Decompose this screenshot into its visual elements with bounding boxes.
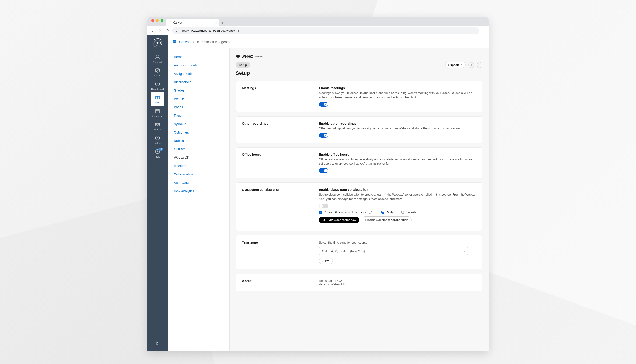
course-nav-toggle-button[interactable] xyxy=(172,40,176,44)
course-nav-item-rubics[interactable]: Rubics xyxy=(167,136,229,145)
section-label: Office hours xyxy=(242,153,310,173)
global-nav-calendar[interactable]: Calendar xyxy=(151,106,164,119)
url-text: www.canvas.com/courses/webex_lti xyxy=(191,29,239,32)
minimize-window-button[interactable] xyxy=(156,19,159,22)
browser-address-bar: https://www.canvas.com/courses/webex_lti… xyxy=(147,26,489,36)
global-nav-dashboard[interactable]: Dashboard xyxy=(151,79,164,92)
office-hours-toggle[interactable] xyxy=(319,168,328,173)
course-nav-item-grades[interactable]: Grades xyxy=(167,86,229,94)
new-tab-button[interactable]: + xyxy=(219,20,226,26)
close-window-button[interactable] xyxy=(151,19,154,22)
section-label: Time zone xyxy=(242,240,310,264)
global-nav-label: History xyxy=(153,142,161,144)
global-nav-label: Inbox xyxy=(154,128,161,131)
course-nav-item-files[interactable]: Files xyxy=(167,112,229,120)
course-nav-item-syllabus[interactable]: Syllabus xyxy=(167,120,229,128)
svg-point-13 xyxy=(238,55,240,58)
course-nav-item-home[interactable]: Home xyxy=(167,53,229,61)
card-timezone: Time zone Select the time zone for your … xyxy=(236,235,483,270)
course-nav-item-collaboration[interactable]: Collaboration xyxy=(167,170,229,178)
globe-icon xyxy=(470,64,473,67)
course-nav-item-announcements[interactable]: Announcements xyxy=(167,61,229,70)
card-about: About Registration: 4923 Version: Webex … xyxy=(236,274,483,291)
maximize-window-button[interactable] xyxy=(160,19,163,22)
card-meetings: Meetings Enable meetings Meetings allows… xyxy=(236,81,483,112)
course-nav-item-pages[interactable]: Pages xyxy=(167,103,229,112)
sync-roster-button[interactable]: Sync class roster now xyxy=(319,217,359,223)
canvas-logo-icon[interactable] xyxy=(153,38,162,48)
global-nav-inbox[interactable]: Inbox xyxy=(151,119,164,133)
nav-reload-button[interactable] xyxy=(165,28,170,33)
freq-daily-label: Daily xyxy=(387,211,394,214)
section-label: About xyxy=(242,279,310,286)
browser-tab-bar: Canvas × + xyxy=(147,17,489,26)
freq-weekly-label: Weekly xyxy=(407,211,416,214)
disable-collab-button[interactable]: Disable classroom collaboration xyxy=(362,216,411,223)
setting-description: Meetings allows you to schedule and host… xyxy=(319,91,476,100)
card-office-hours: Office hours Enable office hours Office … xyxy=(236,147,483,178)
global-nav-admin[interactable]: Admin xyxy=(151,65,164,79)
language-button[interactable] xyxy=(469,62,474,68)
setting-description: Office hours allows you to set availabil… xyxy=(319,157,476,166)
course-nav-item-attendance[interactable]: Attendance xyxy=(167,178,229,187)
info-icon[interactable]: i xyxy=(369,211,372,214)
course-nav: HomeAnnouncementsAssignmentsDiscussionsG… xyxy=(167,48,230,351)
global-nav-help[interactable]: Help xyxy=(151,146,164,160)
support-button[interactable]: Support xyxy=(445,62,466,68)
course-nav-item-modules[interactable]: Modules xyxy=(167,162,229,170)
breadcrumb-root-link[interactable]: Canvas xyxy=(179,40,190,44)
signout-button[interactable] xyxy=(477,62,483,68)
support-button-label: Support xyxy=(448,63,459,67)
course-nav-item-outcomes[interactable]: Outcomes xyxy=(167,128,229,136)
window-controls xyxy=(150,19,166,24)
global-nav-label: Calendar xyxy=(152,115,163,118)
browser-tab[interactable]: Canvas × xyxy=(166,19,219,26)
nav-back-button[interactable] xyxy=(150,28,155,33)
freq-daily-radio[interactable] xyxy=(381,211,384,214)
calendar-icon xyxy=(155,108,160,114)
course-nav-item-new-analytics[interactable]: New Analytics xyxy=(167,187,229,195)
page-title: Setup xyxy=(236,70,483,76)
course-nav-item-webex-lti[interactable]: Webex LTI xyxy=(167,153,229,162)
setting-title: Enable other recordings xyxy=(319,122,476,125)
setting-title: Enable office hours xyxy=(319,153,476,156)
chevron-right-icon: › xyxy=(193,40,194,44)
global-nav-label: Dashboard xyxy=(151,88,164,90)
classroom-collab-toggle[interactable] xyxy=(319,204,328,208)
course-nav-item-people[interactable]: People xyxy=(167,94,229,103)
save-timezone-button[interactable]: Save xyxy=(319,258,333,264)
global-nav-label: Admin xyxy=(154,74,161,77)
timezone-select[interactable]: GMT-04:00, Eastern (New York) xyxy=(319,247,468,255)
nav-forward-button[interactable] xyxy=(157,28,162,33)
save-button-label: Save xyxy=(322,259,329,263)
tab-setup[interactable]: Setup xyxy=(236,62,250,68)
collapse-nav-button[interactable] xyxy=(155,336,160,351)
close-tab-button[interactable]: × xyxy=(215,21,217,24)
global-nav-history[interactable]: History xyxy=(151,133,164,146)
other-recordings-toggle[interactable] xyxy=(319,133,328,138)
global-nav: AccountAdminDashboardCoursesCalendarInbo… xyxy=(147,36,167,351)
autosync-checkbox[interactable]: ✓ xyxy=(319,211,322,214)
url-scheme: https:// xyxy=(180,29,189,32)
svg-rect-1 xyxy=(176,30,177,32)
svg-rect-8 xyxy=(156,109,159,113)
webex-tool-pane: webex by CISCO Setup Support xyxy=(230,48,489,351)
svg-point-4 xyxy=(156,55,158,57)
chevron-down-icon xyxy=(463,250,465,252)
meetings-toggle[interactable] xyxy=(319,102,328,107)
browser-menu-button[interactable]: ⋮ xyxy=(482,28,486,33)
global-nav-account[interactable]: Account xyxy=(151,52,164,65)
freq-weekly-radio[interactable] xyxy=(401,211,404,214)
breadcrumb-bar: Canvas › Introduction to Algebra xyxy=(167,36,489,48)
signout-icon xyxy=(478,64,481,67)
course-nav-item-quizzes[interactable]: Quizzes xyxy=(167,145,229,153)
global-nav-courses[interactable]: Courses xyxy=(151,92,164,106)
course-nav-item-discussions[interactable]: Discussions xyxy=(167,78,229,86)
course-nav-item-assignments[interactable]: Assignments xyxy=(167,70,229,78)
about-registration: Registration: 4923 xyxy=(319,279,476,282)
canvas-favicon-icon xyxy=(168,21,171,24)
help-icon xyxy=(155,149,160,154)
global-nav-label: Account xyxy=(153,60,162,64)
setting-title: Enable meetings xyxy=(319,86,476,90)
url-input[interactable]: https://www.canvas.com/courses/webex_lti xyxy=(172,28,479,34)
